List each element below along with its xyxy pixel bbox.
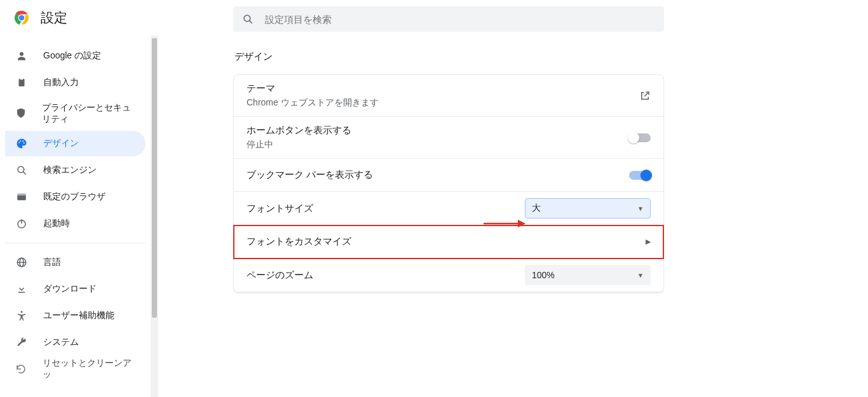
- chevron-down-icon: ▼: [637, 272, 644, 279]
- svg-point-11: [24, 142, 25, 144]
- row-title: ページのズーム: [247, 269, 313, 281]
- svg-point-8: [18, 142, 20, 144]
- row-title: フォントサイズ: [247, 203, 313, 215]
- svg-point-3: [244, 15, 250, 22]
- row-title: フォントをカスタマイズ: [247, 236, 351, 248]
- svg-point-9: [20, 140, 22, 142]
- svg-rect-15: [17, 194, 26, 196]
- bookmark-bar-toggle[interactable]: [629, 171, 651, 180]
- sidebar-scrollbar-thumb[interactable]: [152, 38, 157, 318]
- sidebar-item-system[interactable]: システム: [5, 330, 146, 355]
- download-icon: [15, 283, 28, 295]
- sidebar-item-appearance[interactable]: デザイン: [5, 131, 146, 156]
- svg-line-13: [24, 172, 26, 175]
- row-title: ブックマーク バーを表示する: [247, 169, 373, 181]
- sidebar-item-label: 起動時: [43, 218, 70, 229]
- sidebar-item-default-browser[interactable]: 既定のブラウザ: [5, 184, 146, 210]
- svg-line-4: [250, 21, 252, 24]
- search-input[interactable]: [265, 14, 655, 25]
- search-icon: [242, 13, 254, 25]
- svg-point-5: [20, 52, 24, 56]
- sidebar-item-label: 言語: [43, 257, 61, 268]
- sidebar-item-label: デザイン: [43, 138, 79, 149]
- row-bookmark-bar: ブックマーク バーを表示する: [234, 159, 663, 192]
- app-title: 設定: [41, 9, 67, 27]
- page-zoom-dropdown[interactable]: 100% ▼: [525, 265, 651, 285]
- row-font-size: フォントサイズ 大 ▼: [234, 192, 663, 225]
- search-icon: [15, 165, 28, 176]
- row-subtitle: 停止中: [247, 139, 351, 151]
- row-title: ホームボタンを表示する: [247, 124, 351, 137]
- font-size-dropdown[interactable]: 大 ▼: [525, 198, 651, 219]
- sidebar-item-downloads[interactable]: ダウンロード: [5, 276, 146, 302]
- sidebar-separator: [5, 243, 146, 243]
- open-external-icon: [639, 90, 651, 102]
- person-icon: [15, 50, 28, 62]
- svg-point-10: [22, 140, 24, 142]
- sidebar-item-language[interactable]: 言語: [5, 250, 146, 275]
- sidebar-scrollbar-track[interactable]: [151, 36, 158, 397]
- svg-point-2: [19, 15, 25, 21]
- globe-icon: [15, 257, 28, 268]
- power-icon: [15, 218, 28, 229]
- sidebar-item-label: システム: [43, 337, 79, 348]
- sidebar-item-label: ダウンロード: [43, 283, 97, 295]
- sidebar-item-label: 検索エンジン: [43, 165, 97, 176]
- palette-icon: [15, 138, 28, 149]
- sidebar-item-label: 既定のブラウザ: [43, 191, 105, 203]
- svg-point-12: [18, 166, 24, 173]
- chrome-logo-icon: [14, 10, 29, 25]
- row-title: テーマ: [247, 83, 379, 95]
- row-page-zoom: ページのズーム 100% ▼: [234, 259, 663, 292]
- clipboard-icon: [15, 77, 28, 88]
- home-button-toggle[interactable]: [629, 133, 651, 142]
- sidebar-item-label: プライバシーとセキュリティ: [42, 102, 135, 124]
- sidebar-item-label: リセットとクリーンアッ: [43, 358, 135, 380]
- dropdown-value: 100%: [532, 270, 555, 280]
- sidebar-item-reset[interactable]: リセットとクリーンアッ: [5, 356, 146, 382]
- shield-icon: [15, 107, 27, 119]
- sidebar: Google の設定 自動入力 プライバシーとセキュリティ デザイン 検索エンジ…: [0, 36, 151, 397]
- appearance-card: テーマ Chrome ウェブストアを開きます ホームボタンを表示する 停止中 ブ…: [233, 74, 664, 293]
- sidebar-item-on-startup[interactable]: 起動時: [5, 211, 146, 236]
- main-content: デザイン テーマ Chrome ウェブストアを開きます ホームボタンを表示する …: [158, 36, 868, 293]
- browser-icon: [15, 191, 28, 203]
- chevron-right-icon: ▶: [646, 238, 651, 246]
- restore-icon: [15, 363, 27, 375]
- sidebar-item-label: ユーザー補助機能: [43, 310, 114, 321]
- sidebar-item-privacy[interactable]: プライバシーとセキュリティ: [5, 97, 146, 130]
- sidebar-item-label: 自動入力: [43, 77, 79, 88]
- svg-rect-7: [20, 78, 24, 80]
- sidebar-item-autofill[interactable]: 自動入力: [5, 70, 146, 95]
- accessibility-icon: [15, 310, 28, 321]
- chevron-down-icon: ▼: [637, 205, 644, 212]
- wrench-icon: [15, 337, 28, 348]
- dropdown-value: 大: [532, 203, 541, 214]
- row-customize-fonts[interactable]: フォントをカスタマイズ ▶: [234, 225, 663, 259]
- svg-point-21: [21, 311, 23, 313]
- sidebar-item-label: Google の設定: [43, 50, 101, 62]
- sidebar-item-google[interactable]: Google の設定: [5, 43, 146, 69]
- sidebar-item-accessibility[interactable]: ユーザー補助機能: [5, 303, 146, 328]
- row-home-button: ホームボタンを表示する 停止中: [234, 117, 663, 159]
- svg-rect-6: [19, 79, 25, 86]
- search-bar[interactable]: [233, 6, 664, 32]
- section-title: デザイン: [233, 51, 868, 63]
- row-subtitle: Chrome ウェブストアを開きます: [247, 97, 379, 109]
- sidebar-item-search-engine[interactable]: 検索エンジン: [5, 158, 146, 183]
- row-theme[interactable]: テーマ Chrome ウェブストアを開きます: [234, 75, 663, 117]
